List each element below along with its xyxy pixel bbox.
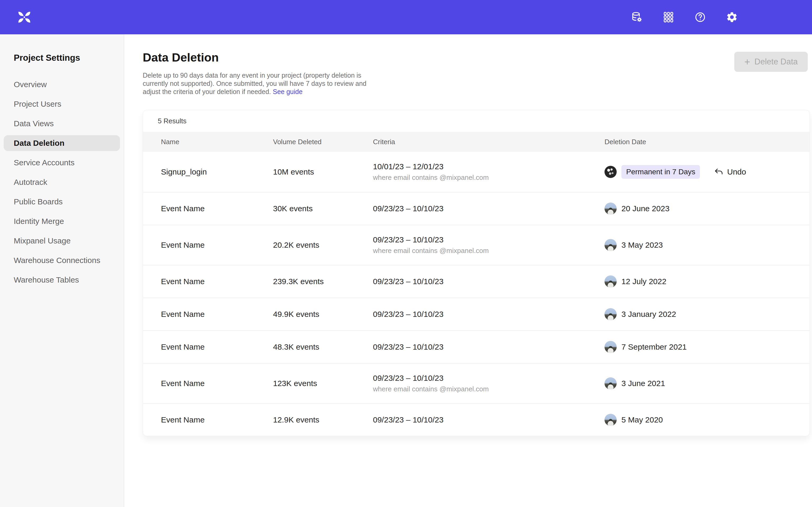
topbar [0, 0, 812, 34]
user-avatar [605, 239, 617, 251]
row-criteria: 09/23/23 – 10/10/23 [373, 310, 605, 319]
sidebar-item-autotrack[interactable]: Autotrack [4, 174, 120, 190]
row-volume: 48.3K events [273, 342, 319, 351]
user-avatar [605, 341, 617, 353]
user-avatar [605, 203, 617, 215]
column-header-criteria: Criteria [373, 138, 605, 146]
row-criteria: 09/23/23 – 10/10/23 [373, 204, 605, 213]
sidebar-title: Project Settings [0, 53, 124, 63]
row-criteria: 09/23/23 – 10/10/23 [373, 415, 605, 425]
row-criteria: 09/23/23 – 10/10/23 [373, 342, 605, 351]
sidebar-item-data-deletion[interactable]: Data Deletion [4, 135, 120, 151]
page-description-text: Delete up to 90 days data for any event … [143, 71, 366, 95]
results-count: 5 Results [143, 110, 810, 132]
user-avatar [605, 377, 617, 390]
row-name: Event Name [161, 204, 205, 213]
page-title: Data Deletion [143, 51, 380, 64]
sidebar-item-identity-merge[interactable]: Identity Merge [4, 213, 120, 229]
sidebar-item-mixpanel-usage[interactable]: Mixpanel Usage [4, 233, 120, 249]
table-row[interactable]: Event Name 49.9K events 09/23/23 – 10/10… [143, 298, 810, 330]
row-volume: 12.9K events [273, 415, 319, 424]
data-settings-icon[interactable] [631, 11, 643, 23]
row-name: Event Name [161, 379, 205, 388]
permanent-badge: Permanent in 7 Days [621, 165, 700, 179]
table-body: Signup_login 10M events 10/01/23 – 12/01… [143, 152, 810, 436]
column-header-deletion-date: Deletion Date [605, 138, 714, 146]
deletion-date: 20 June 2023 [621, 204, 669, 213]
page-header: Data Deletion Delete up to 90 days data … [143, 51, 380, 96]
help-icon[interactable] [694, 11, 706, 23]
deletion-table-card: 5 Results Name Volume Deleted Criteria D… [143, 110, 810, 436]
mixpanel-logo[interactable] [16, 9, 33, 25]
table-header-row: Name Volume Deleted Criteria Deletion Da… [143, 132, 810, 152]
sidebar-item-public-boards[interactable]: Public Boards [4, 194, 120, 210]
table-row[interactable]: Event Name 123K events 09/23/23 – 10/10/… [143, 363, 810, 403]
undo-button[interactable]: Undo [714, 167, 810, 177]
row-criteria-sub: where email contains @mixpanel.com [373, 247, 605, 255]
row-criteria-sub: where email contains @mixpanel.com [373, 173, 605, 182]
column-header-name: Name [143, 138, 273, 146]
row-volume: 30K events [273, 204, 313, 213]
row-criteria: 10/01/23 – 12/01/23 [373, 162, 605, 171]
deletion-date: 3 June 2021 [621, 379, 665, 388]
plus-icon: + [744, 57, 750, 67]
row-volume: 49.9K events [273, 310, 319, 319]
table-row[interactable]: Event Name 239.3K events 09/23/23 – 10/1… [143, 265, 810, 298]
deletion-date: 12 July 2022 [621, 277, 666, 286]
deletion-date: 3 January 2022 [621, 310, 676, 319]
table-row[interactable]: Signup_login 10M events 10/01/23 – 12/01… [143, 152, 810, 192]
row-volume: 239.3K events [273, 277, 324, 286]
sidebar: Project Settings OverviewProject UsersDa… [0, 34, 124, 507]
user-avatar [605, 166, 617, 178]
user-avatar [605, 275, 617, 288]
page-description: Delete up to 90 days data for any event … [143, 71, 380, 96]
undo-label: Undo [727, 167, 746, 176]
row-volume: 20.2K events [273, 240, 319, 249]
user-avatar [605, 308, 617, 320]
table-row[interactable]: Event Name 20.2K events 09/23/23 – 10/10… [143, 225, 810, 265]
sidebar-item-service-accounts[interactable]: Service Accounts [4, 155, 120, 171]
row-name: Event Name [161, 415, 205, 424]
undo-icon [714, 167, 723, 177]
row-name: Event Name [161, 342, 205, 351]
row-name: Signup_login [161, 167, 207, 176]
row-criteria: 09/23/23 – 10/10/23 [373, 374, 605, 383]
deletion-date: 5 May 2020 [621, 415, 663, 425]
row-criteria-sub: where email contains @mixpanel.com [373, 385, 605, 393]
row-criteria: 09/23/23 – 10/10/23 [373, 277, 605, 286]
main-content: Data Deletion Delete up to 90 days data … [124, 34, 812, 507]
row-volume: 123K events [273, 379, 317, 388]
sidebar-item-warehouse-tables[interactable]: Warehouse Tables [4, 272, 120, 288]
deletion-date: 7 September 2021 [621, 342, 687, 351]
row-name: Event Name [161, 240, 205, 249]
row-name: Event Name [161, 310, 205, 319]
table-row[interactable]: Event Name 30K events 09/23/23 – 10/10/2… [143, 192, 810, 225]
see-guide-link[interactable]: See guide [273, 88, 303, 95]
row-name: Event Name [161, 277, 205, 286]
delete-data-button[interactable]: + Delete Data [734, 52, 808, 72]
apps-grid-icon[interactable] [662, 11, 674, 23]
column-header-volume: Volume Deleted [273, 138, 373, 146]
sidebar-item-project-users[interactable]: Project Users [4, 96, 120, 112]
sidebar-item-data-views[interactable]: Data Views [4, 116, 120, 131]
row-criteria: 09/23/23 – 10/10/23 [373, 235, 605, 244]
delete-data-label: Delete Data [754, 57, 798, 66]
topbar-icon-group [631, 11, 738, 23]
table-row[interactable]: Event Name 12.9K events 09/23/23 – 10/10… [143, 403, 810, 436]
sidebar-items: OverviewProject UsersData ViewsData Dele… [0, 76, 124, 288]
sidebar-item-warehouse-connections[interactable]: Warehouse Connections [4, 252, 120, 268]
user-avatar [605, 414, 617, 426]
deletion-date: 3 May 2023 [621, 240, 663, 249]
table-row[interactable]: Event Name 48.3K events 09/23/23 – 10/10… [143, 330, 810, 363]
settings-icon[interactable] [726, 11, 738, 23]
row-volume: 10M events [273, 167, 314, 176]
sidebar-item-overview[interactable]: Overview [4, 76, 120, 93]
mixpanel-logo-mark [16, 9, 32, 25]
